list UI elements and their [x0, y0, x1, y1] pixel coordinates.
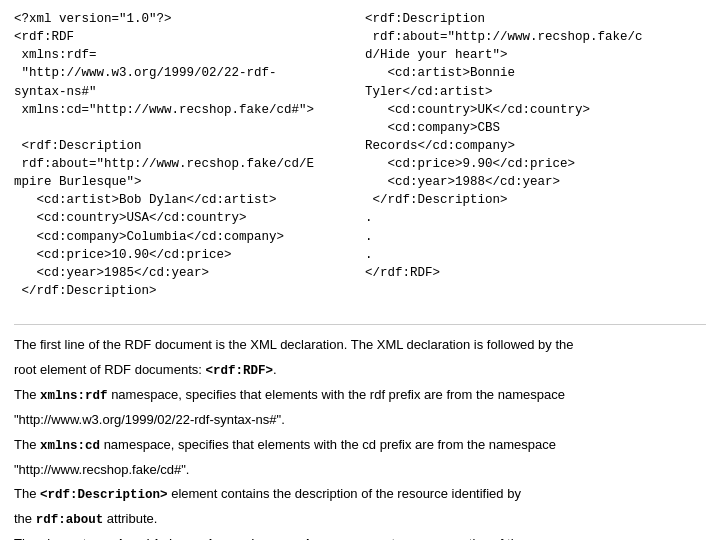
code-right-column: <rdf:Description rdf:about="http://www.r…	[365, 10, 706, 300]
explanation-line-6: "http://www.recshop.fake/cd#".	[14, 460, 706, 481]
explanation-section: The first line of the RDF document is th…	[14, 335, 706, 540]
code-section: <?xml version="1.0"?> <rdf:RDF xmlns:rdf…	[14, 10, 706, 300]
explanation-line-3: The xmlns:rdf namespace, specifies that …	[14, 385, 706, 406]
explanation-line-7: The <rdf:Description> element contains t…	[14, 484, 706, 505]
section-divider	[14, 324, 706, 325]
explanation-line-2: root element of RDF documents: <rdf:RDF>…	[14, 360, 706, 381]
code-xmlns-cd: xmlns:cd	[40, 439, 100, 453]
explanation-line-4: "http://www.w3.org/1999/02/22-rdf-syntax…	[14, 410, 706, 431]
code-xmlns-rdf: xmlns:rdf	[40, 389, 108, 403]
explanation-line-8: the rdf:about attribute.	[14, 509, 706, 530]
code-rdf-about: rdf:about	[36, 513, 104, 527]
code-left-column: <?xml version="1.0"?> <rdf:RDF xmlns:rdf…	[14, 10, 355, 300]
explanation-line-5: The xmlns:cd namespace, specifies that e…	[14, 435, 706, 456]
explanation-line-9: The elements: <cd:artist>, <cd:country>,…	[14, 534, 706, 540]
code-rdf-description: <rdf:Description>	[40, 488, 168, 502]
explanation-line-1: The first line of the RDF document is th…	[14, 335, 706, 356]
code-rdf-rdf: <rdf:RDF>	[205, 364, 273, 378]
main-container: <?xml version="1.0"?> <rdf:RDF xmlns:rdf…	[0, 0, 720, 540]
